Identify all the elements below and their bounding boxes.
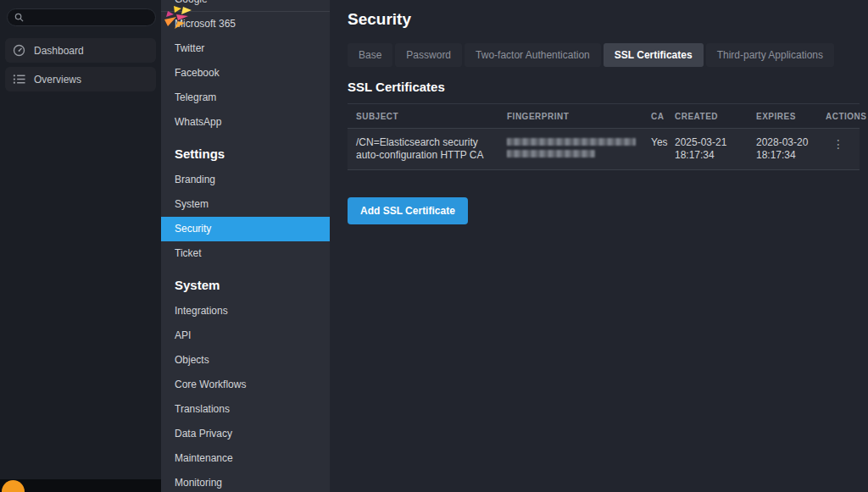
cell-created: 2025-03-21 18:17:34 — [666, 129, 748, 169]
sidebar-item-dashboard[interactable]: Dashboard — [5, 38, 156, 63]
table-row: /CN=Elasticsearch security auto-configur… — [348, 129, 860, 170]
sidebar-item-label: Overviews — [34, 74, 81, 86]
settings-nav-item[interactable]: WhatsApp — [161, 110, 330, 135]
expires-time: 18:17:34 — [756, 149, 809, 162]
settings-nav-item[interactable]: API — [161, 323, 330, 348]
user-bar — [0, 479, 161, 492]
user-avatar[interactable] — [2, 480, 25, 492]
settings-group-list: Branding System Security Ticket — [161, 168, 330, 266]
col-header-expires: Expires — [748, 104, 817, 128]
created-time: 18:17:34 — [675, 149, 739, 162]
app-window: Dashboard Overviews Google Microsoft 365… — [0, 0, 868, 492]
expires-date: 2028-03-20 — [756, 136, 809, 149]
settings-nav-item[interactable]: Facebook — [161, 61, 330, 86]
settings-nav-item[interactable]: Ticket — [161, 241, 330, 266]
cell-fingerprint — [498, 129, 643, 169]
system-group-heading: System — [161, 266, 330, 299]
settings-nav-item[interactable]: Integrations — [161, 299, 330, 323]
settings-nav-item[interactable]: Branding — [161, 168, 330, 192]
dashboard-gauge-icon — [13, 44, 25, 57]
table-header-row: Subject Fingerprint CA Created Expires A… — [348, 104, 860, 129]
zammad-logo — [163, 6, 192, 29]
cell-expires: 2028-03-20 18:17:34 — [748, 129, 817, 169]
settings-nav-item[interactable]: Maintenance — [161, 446, 330, 471]
ssl-certificates-table: Subject Fingerprint CA Created Expires A… — [348, 103, 860, 170]
col-header-fingerprint: Fingerprint — [498, 104, 643, 128]
search-input[interactable] — [28, 13, 148, 23]
created-date: 2025-03-21 — [675, 136, 739, 149]
sidebar-item-overviews[interactable]: Overviews — [5, 67, 156, 91]
search-row — [0, 0, 161, 34]
search-icon — [14, 10, 24, 25]
kebab-menu-icon[interactable]: ⋮ — [832, 136, 844, 150]
settings-group-heading: Settings — [161, 135, 330, 168]
add-ssl-certificate-button[interactable]: Add SSL Certificate — [348, 197, 468, 224]
search-box[interactable] — [7, 8, 156, 26]
cell-ca: Yes — [643, 129, 666, 169]
fingerprint-redacted — [507, 138, 634, 158]
settings-nav-item[interactable]: Core Workflows — [161, 373, 330, 397]
main-content: Security Base Password Two-factor Authen… — [330, 0, 868, 492]
settings-nav-item[interactable]: Objects — [161, 348, 330, 373]
page-title: Security — [348, 10, 860, 29]
tab[interactable]: Third-party Applications — [706, 43, 834, 67]
col-header-ca: CA — [643, 104, 666, 128]
col-header-actions: Actions — [817, 104, 860, 128]
cell-actions: ⋮ — [817, 129, 860, 169]
system-group-list: Integrations API Objects Core Workflows … — [161, 299, 330, 492]
settings-nav-scroll[interactable]: Google Microsoft 365 Twitter Facebook Te… — [161, 0, 330, 492]
table-body: /CN=Elasticsearch security auto-configur… — [348, 129, 860, 170]
settings-nav: Google Microsoft 365 Twitter Facebook Te… — [161, 0, 330, 492]
sidebar-item-label: Dashboard — [34, 45, 84, 57]
settings-nav-item[interactable]: Monitoring — [161, 471, 330, 492]
col-header-created: Created — [666, 104, 748, 128]
tab[interactable]: Password — [395, 43, 462, 67]
section-title: SSL Certificates — [348, 80, 860, 95]
tab[interactable]: Base — [348, 43, 392, 67]
settings-nav-item[interactable]: Telegram — [161, 86, 330, 110]
settings-nav-item[interactable]: Twitter — [161, 36, 330, 61]
col-header-subject: Subject — [348, 104, 498, 128]
tab[interactable]: SSL Certificates — [604, 43, 704, 67]
settings-nav-item[interactable]: Data Privacy — [161, 422, 330, 446]
settings-nav-item[interactable]: System — [161, 192, 330, 217]
main-sidebar: Dashboard Overviews — [0, 0, 161, 492]
settings-nav-item[interactable]: Security — [161, 217, 330, 241]
overviews-list-icon — [13, 73, 25, 86]
tab[interactable]: Two-factor Authentication — [465, 43, 601, 67]
security-tabs: Base Password Two-factor Authentication … — [348, 43, 860, 67]
cell-subject: /CN=Elasticsearch security auto-configur… — [348, 129, 498, 169]
settings-nav-item[interactable]: Translations — [161, 397, 330, 422]
